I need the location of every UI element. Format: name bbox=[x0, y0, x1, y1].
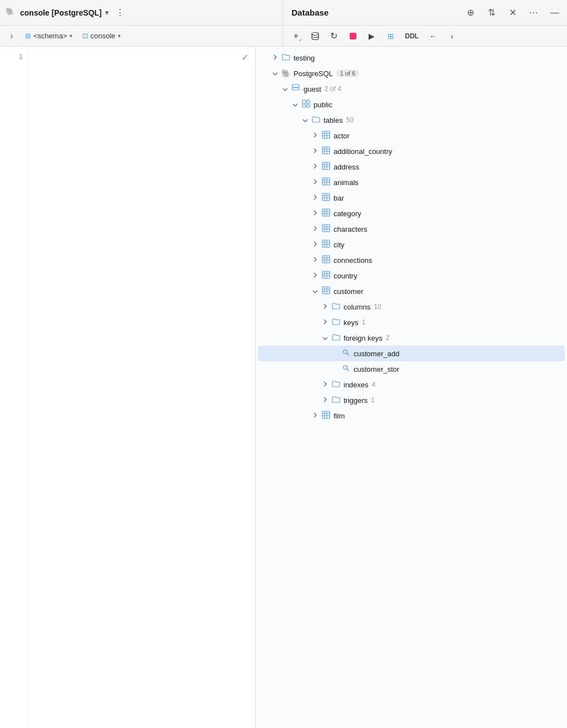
chevron-city[interactable] bbox=[310, 241, 320, 248]
tree-item-indexes[interactable]: indexes4 bbox=[258, 377, 565, 392]
label-city: city bbox=[334, 241, 345, 249]
target-icon[interactable]: ⊕ bbox=[464, 6, 477, 19]
tree-item-customer[interactable]: customer bbox=[258, 283, 565, 299]
chevron-foreign_keys[interactable] bbox=[320, 335, 330, 341]
chevron-customer[interactable] bbox=[310, 288, 320, 295]
tree-item-foreign_keys[interactable]: foreign keys2 bbox=[258, 330, 565, 346]
tree-item-category[interactable]: category bbox=[258, 206, 565, 221]
forward-btn[interactable]: › bbox=[444, 28, 460, 44]
tree-item-columns[interactable]: columns10 bbox=[258, 299, 565, 315]
chevron-connections[interactable] bbox=[310, 257, 320, 263]
svg-rect-53 bbox=[322, 271, 330, 278]
arrows-icon[interactable]: ⇅ bbox=[485, 6, 498, 19]
close-icon[interactable]: ✕ bbox=[506, 6, 519, 19]
run-btn[interactable]: ▶ bbox=[364, 28, 380, 44]
svg-rect-2 bbox=[292, 84, 299, 87]
tree-item-tables[interactable]: tables50 bbox=[258, 112, 565, 128]
tree-item-testing[interactable]: testing bbox=[258, 50, 565, 66]
ddl-btn[interactable]: DDL bbox=[402, 31, 422, 41]
chevron-category[interactable] bbox=[310, 210, 320, 217]
label-film: film bbox=[334, 412, 345, 420]
label-connections: connections bbox=[334, 256, 372, 265]
tree-item-keys[interactable]: keys1 bbox=[258, 315, 565, 330]
chevron-indexes[interactable] bbox=[320, 381, 330, 388]
chevron-testing[interactable] bbox=[270, 54, 280, 61]
label-characters: characters bbox=[334, 225, 367, 233]
chevron-triggers[interactable] bbox=[320, 397, 330, 403]
minimize-icon[interactable]: — bbox=[548, 6, 561, 19]
console-selector[interactable]: ⊡ console ▾ bbox=[78, 30, 125, 42]
svg-rect-18 bbox=[322, 162, 330, 169]
chevron-postgresql[interactable] bbox=[270, 71, 280, 77]
title-more-btn[interactable]: ⋮ bbox=[116, 7, 125, 18]
db-settings-btn[interactable] bbox=[307, 28, 323, 44]
svg-point-0 bbox=[312, 32, 319, 35]
tree-item-film[interactable]: film bbox=[258, 408, 565, 423]
tree-item-postgresql[interactable]: 🐘PostgreSQL1 of 6 bbox=[258, 66, 565, 81]
chevron-actor[interactable] bbox=[310, 132, 320, 139]
label-public: public bbox=[314, 101, 332, 109]
chevron-columns[interactable] bbox=[320, 303, 330, 310]
tree-item-characters[interactable]: characters bbox=[258, 221, 565, 237]
tree-item-animals[interactable]: animals bbox=[258, 174, 565, 190]
tree-item-connections[interactable]: connections bbox=[258, 252, 565, 268]
chevron-public[interactable] bbox=[290, 102, 300, 108]
editor-toolbar: › ⊞ <schema> ▾ ⊡ console ▾ bbox=[0, 26, 283, 46]
schema-selector[interactable]: ⊞ <schema> ▾ bbox=[21, 30, 76, 42]
icon-postgresql: 🐘 bbox=[280, 69, 291, 78]
tree-item-actor[interactable]: actor bbox=[258, 128, 565, 143]
postgresql-icon: 🐘 bbox=[6, 7, 17, 18]
stop-btn[interactable] bbox=[345, 28, 361, 44]
badge-tables: 50 bbox=[346, 116, 354, 124]
chevron-animals[interactable] bbox=[310, 179, 320, 186]
tree-item-address[interactable]: address bbox=[258, 159, 565, 174]
title-dropdown-btn[interactable]: ▾ bbox=[105, 8, 109, 17]
more-icon[interactable]: ⋯ bbox=[527, 6, 540, 19]
main-content: 1 ✓ testing🐘PostgreSQL1 of 6 guest2 of 4… bbox=[0, 47, 567, 728]
label-tables: tables bbox=[324, 116, 343, 124]
chevron-guest[interactable] bbox=[280, 86, 290, 92]
refresh-btn[interactable]: ↻ bbox=[326, 28, 342, 44]
tree-item-additional_country[interactable]: additional_country bbox=[258, 143, 565, 159]
label-address: address bbox=[334, 163, 359, 171]
chevron-characters[interactable] bbox=[310, 226, 320, 232]
icon-city bbox=[320, 240, 331, 250]
tree-item-public[interactable]: public bbox=[258, 97, 565, 112]
chevron-tables[interactable] bbox=[300, 117, 310, 123]
chevron-additional_country[interactable] bbox=[310, 148, 320, 154]
chevron-country[interactable] bbox=[310, 272, 320, 279]
tree-item-bar[interactable]: bar bbox=[258, 190, 565, 206]
back-btn[interactable]: ← bbox=[425, 28, 441, 44]
chevron-keys[interactable] bbox=[320, 319, 330, 326]
icon-animals bbox=[320, 177, 331, 187]
grid-btn[interactable]: ⊞ bbox=[383, 28, 399, 44]
icon-indexes bbox=[330, 380, 341, 389]
svg-rect-6 bbox=[307, 100, 310, 103]
chevron-bar[interactable] bbox=[310, 195, 320, 201]
expand-btn[interactable]: › bbox=[4, 29, 19, 43]
svg-rect-28 bbox=[322, 193, 330, 201]
editor-panel: 1 ✓ bbox=[0, 47, 256, 728]
icon-actor bbox=[320, 131, 331, 141]
label-additional_country: additional_country bbox=[334, 147, 392, 156]
chevron-address[interactable] bbox=[310, 163, 320, 170]
badge-triggers: 1 bbox=[371, 396, 375, 404]
icon-additional_country bbox=[320, 146, 331, 156]
label-testing: testing bbox=[294, 54, 315, 62]
icon-guest bbox=[290, 84, 301, 94]
tree-item-customer_add[interactable]: customer_add bbox=[258, 346, 565, 361]
tree-item-guest[interactable]: guest2 of 4 bbox=[258, 81, 565, 97]
tree-item-triggers[interactable]: triggers1 bbox=[258, 392, 565, 408]
code-area[interactable]: ✓ bbox=[28, 49, 255, 726]
tree-item-city[interactable]: city bbox=[258, 237, 565, 252]
icon-connections bbox=[320, 255, 331, 265]
icon-bar bbox=[320, 193, 331, 203]
svg-rect-3 bbox=[292, 88, 299, 90]
badge-indexes: 4 bbox=[372, 381, 376, 388]
chevron-film[interactable] bbox=[310, 412, 320, 419]
icon-columns bbox=[330, 302, 341, 311]
add-btn[interactable]: + ↙ bbox=[289, 28, 304, 44]
tree-item-country[interactable]: country bbox=[258, 268, 565, 283]
icon-tables bbox=[310, 116, 321, 124]
tree-item-customer_stor[interactable]: customer_stor bbox=[258, 361, 565, 377]
